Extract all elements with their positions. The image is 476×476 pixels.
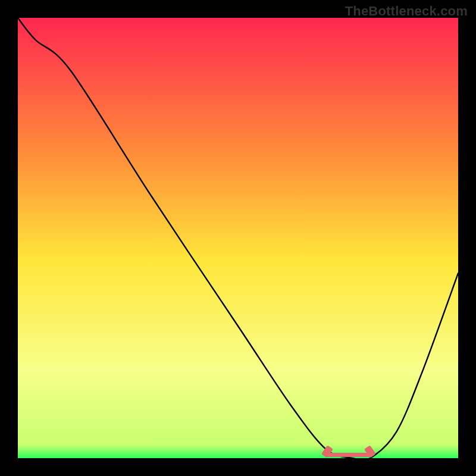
plot-area (18, 18, 458, 458)
valley-accent-flat (326, 453, 370, 457)
plot-svg (18, 18, 458, 458)
chart-frame: TheBottleneck.com (0, 0, 476, 476)
gradient-background (18, 18, 458, 458)
watermark-text: TheBottleneck.com (345, 4, 468, 19)
